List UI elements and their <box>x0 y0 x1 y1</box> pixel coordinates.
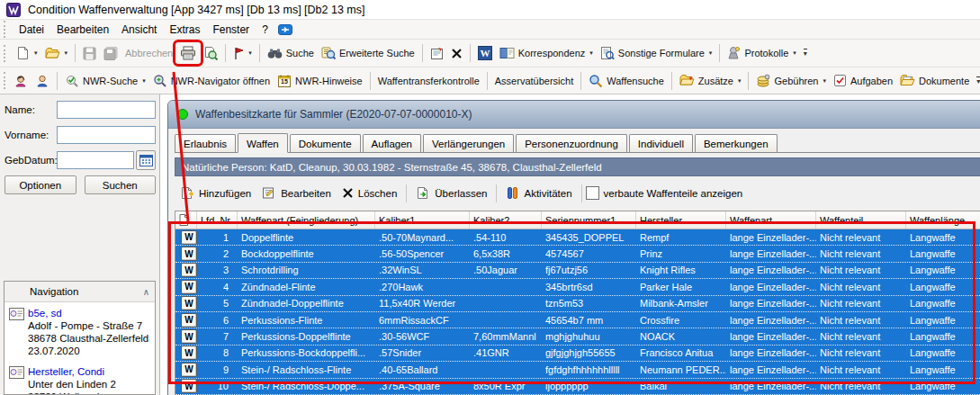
ueberlassen-button[interactable]: Überlassen <box>410 184 492 202</box>
collapse-chevron-icon[interactable]: ∧ <box>143 287 149 297</box>
tab[interactable]: Personenzuordnung <box>516 134 627 152</box>
suchen-button[interactable]: Suchen <box>85 175 157 194</box>
zusaetze-button[interactable]: Zusätze ▾ <box>676 71 745 90</box>
menu-item[interactable]: Ansicht <box>115 22 163 38</box>
cancel-button[interactable]: Abbrechen <box>121 45 176 61</box>
cell-hersteller: Crossfire <box>636 312 726 328</box>
name-input[interactable] <box>57 101 156 119</box>
word-icon: W <box>478 46 492 60</box>
word-button[interactable]: W <box>474 43 496 63</box>
toolbar-grip[interactable] <box>4 21 8 38</box>
tab[interactable]: Verlängerungen <box>423 134 514 152</box>
vorname-input[interactable] <box>57 126 156 144</box>
tab[interactable]: Dokumente <box>290 134 361 152</box>
cell-seriennummer1: fj67utzj56 <box>542 263 636 278</box>
column-waffenart[interactable]: Waffenart <box>726 211 816 229</box>
svg-text:W: W <box>480 48 490 58</box>
column-waffenart-fein[interactable]: Waffenart (Feingliederung) <box>238 211 375 229</box>
toolbar-grip[interactable] <box>4 72 5 89</box>
new-document-button[interactable]: ▾ <box>13 43 41 63</box>
menu-item[interactable]: Datei <box>13 22 50 38</box>
column-waffenteil[interactable]: Waffenteil <box>816 211 906 229</box>
weapon-row[interactable]: W 4 Zündnadel-Flinte .270Hawk 345brtr6sd… <box>175 279 980 295</box>
cell-waffenart-fein: Zündnadel-Doppelflinte <box>238 296 375 311</box>
properties-button[interactable] <box>427 44 447 63</box>
tab[interactable]: Bemerkungen <box>695 134 778 152</box>
weapons-action-bar: Hinzufügen Bearbeiten Löschen Überlassen… <box>175 180 980 206</box>
calendar-icon: 15 <box>277 74 292 88</box>
print-button[interactable] <box>176 43 200 63</box>
korrespondenz-label: Korrespondenz <box>518 48 586 58</box>
nwr-suche-button[interactable]: NWR-Suche ▾ <box>61 71 149 91</box>
protokolle-icon <box>727 46 741 60</box>
weapon-row[interactable]: W 8 Perkussions-Bockdoppelfli... .57Snid… <box>175 346 980 362</box>
menu-item[interactable]: Bearbeiten <box>50 22 115 38</box>
toolbar-grip[interactable] <box>4 45 8 62</box>
remove-button[interactable] <box>447 45 466 62</box>
save-button[interactable] <box>79 44 100 63</box>
table-body: W 1 Doppelflinte .50-70Maynard... .54-11… <box>175 229 980 395</box>
nwr-hinweise-button[interactable]: 15 NWR-Hinweise <box>274 71 366 91</box>
column-lfdnr[interactable]: Lfd. Nr <box>197 211 238 229</box>
weapon-row[interactable]: W 6 Perkussions-Flinte 6mmRissackCF 4565… <box>175 312 980 328</box>
column-icon[interactable] <box>175 211 197 229</box>
optionen-button[interactable]: Optionen <box>4 175 76 194</box>
tab[interactable]: Individuell <box>629 134 693 152</box>
toolbar-overflow-icon[interactable]: ▾ <box>804 49 807 58</box>
asservatuebersicht-button[interactable]: Asservatübersicht <box>491 73 577 89</box>
column-kaliber1[interactable]: Kaliber1 <box>375 211 470 229</box>
remote-support-icon[interactable] <box>278 22 292 37</box>
weapon-row[interactable]: W 10 Stein-/ Radschloss-Doppe... .375A-S… <box>175 379 980 395</box>
loeschen-button[interactable]: Löschen <box>337 184 402 202</box>
dokumente-button[interactable]: Dokumente <box>896 71 973 90</box>
column-kaliber2[interactable]: Kaliber2 <box>470 211 542 229</box>
hinzufuegen-button[interactable]: Hinzufügen <box>175 184 256 202</box>
waffentransferkontrolle-label: Waffentransferkontrolle <box>378 76 480 86</box>
aktivitaeten-button[interactable]: Aktivitäten <box>500 184 577 202</box>
dropdown-caret-icon: ▾ <box>738 77 742 85</box>
cell-waffenart-fein: Zündnadel-Flinte <box>238 279 375 294</box>
menu-item[interactable]: Extras <box>163 22 206 38</box>
gebdatum-input[interactable] <box>57 151 134 169</box>
column-seriennummer1[interactable]: Seriennummer1 <box>542 211 636 229</box>
save-all-button[interactable] <box>100 44 121 63</box>
aufgaben-button[interactable]: Aufgaben <box>830 71 896 90</box>
menu-item[interactable]: ? <box>256 22 274 38</box>
column-hersteller[interactable]: Hersteller <box>636 211 726 229</box>
sonstige-formulare-button[interactable]: Sonstige Formulare ▾ <box>597 43 716 63</box>
toolbar-overflow-icon[interactable]: ▾ <box>976 76 980 85</box>
nav-person-item[interactable]: Hersteller, Condi Unter den Linden 2 387… <box>5 362 154 395</box>
flag-button[interactable]: ▾ <box>229 44 256 63</box>
app-icon <box>6 3 21 17</box>
weapons-table: Lfd. Nr Waffenart (Feingliederung) Kalib… <box>175 211 980 395</box>
weapon-row[interactable]: W 2 Bockdoppelflinte .56-50Spencer 6,5x3… <box>175 246 980 262</box>
weapon-row[interactable]: W 7 Perkussions-Doppelflinte .30-56WCF 7… <box>175 328 980 345</box>
weapon-row[interactable]: W 1 Doppelflinte .50-70Maynard... .54-11… <box>175 229 980 246</box>
open-button[interactable]: ▾ <box>41 44 72 63</box>
printer-icon <box>180 46 196 60</box>
tab[interactable]: Waffen <box>238 133 288 153</box>
tab[interactable]: Erlaubnis <box>175 134 236 152</box>
print-preview-button[interactable] <box>200 43 221 63</box>
column-waffenlaenge[interactable]: Waffenlänge <box>906 211 980 229</box>
weapon-row[interactable]: W 5 Zündnadel-Doppelflinte 11,5x40R Werd… <box>175 296 980 312</box>
tab[interactable]: Auflagen <box>363 134 421 152</box>
nwr-navigator-button[interactable]: NWR-Navigator öffnen <box>149 71 274 91</box>
weapon-row[interactable]: W 3 Schrotdrilling .32WinSL .50Jaguar fj… <box>175 263 980 279</box>
person-button[interactable] <box>31 71 53 91</box>
calendar-picker-button[interactable] <box>136 150 156 170</box>
korrespondenz-button[interactable]: Korrespondenz ▾ <box>496 44 597 62</box>
search-button[interactable]: Suche <box>264 45 318 62</box>
gebuehren-button[interactable]: Gebühren ▾ <box>752 71 829 90</box>
cell-waffenteil: Nicht relevant <box>816 246 906 261</box>
advanced-search-button[interactable]: Erweiterte Suche <box>318 43 418 63</box>
weapon-row[interactable]: W 9 Stein-/ Radschloss-Flinte .40-65Ball… <box>175 362 980 378</box>
waffentransferkontrolle-button[interactable]: Waffentransferkontrolle <box>374 73 483 89</box>
waffensuche-button[interactable]: Waffensuche <box>585 71 668 91</box>
verbaute-waffenteile-checkbox[interactable] <box>586 186 599 200</box>
nav-person-item[interactable]: b5e, sd Adolf - Pompe - Straße 7 38678 C… <box>5 303 154 361</box>
menu-item[interactable]: Fenster <box>206 22 256 38</box>
bearbeiten-button[interactable]: Bearbeiten <box>256 184 337 202</box>
protokolle-button[interactable]: Protokolle ▾ <box>724 43 799 63</box>
person-wizard-button[interactable] <box>10 71 31 91</box>
